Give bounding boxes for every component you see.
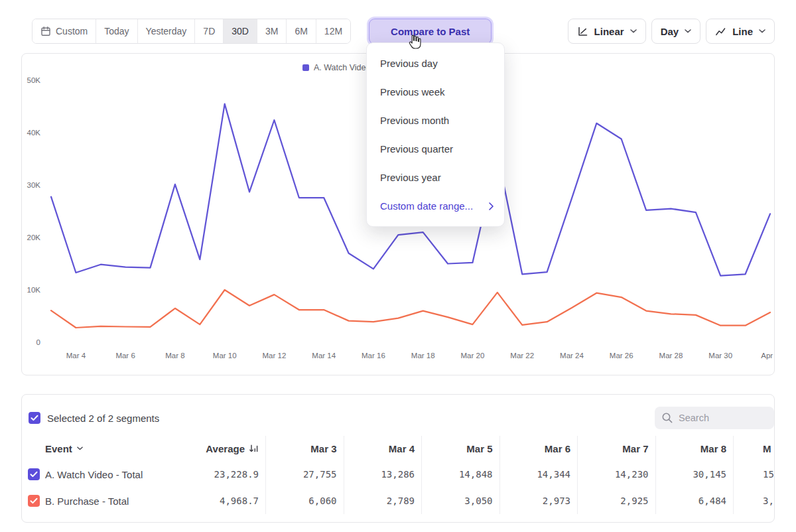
chart-type-dropdown-label: Line [732,26,753,37]
range-button-yesterday[interactable]: Yesterday [138,19,196,43]
range-button-3m[interactable]: 3M [257,19,287,43]
cell-value: 14,848 [421,461,499,488]
x-axis-tick: Apr 1 [761,352,774,360]
row-checkbox[interactable] [28,468,40,480]
menu-item-previous-quarter[interactable]: Previous quarter [367,135,504,163]
chevron-down-icon [630,29,637,33]
menu-item-previous-day[interactable]: Previous day [367,49,504,78]
linear-scale-icon [577,26,588,37]
x-axis-tick: Mar 18 [411,352,435,360]
x-axis-tick: Mar 6 [115,352,135,360]
cell-value: 13,286 [344,461,422,488]
event-label[interactable]: B. Purchase - Total [45,488,161,514]
cell-value: 14,230 [577,461,655,488]
x-axis-tick: Mar 16 [362,352,385,360]
column-header-mar-7[interactable]: Mar 7 [577,436,655,461]
menu-item-previous-year[interactable]: Previous year [367,163,504,192]
range-button-label: 12M [324,26,342,36]
selected-segments-label: Selected 2 of 2 segments [47,413,159,424]
compare-to-past-menu: Previous dayPrevious weekPrevious monthP… [366,42,505,227]
compare-to-past-button[interactable]: Compare to Past [369,19,491,44]
search-icon [661,412,673,424]
column-header-mar-3[interactable]: Mar 3 [265,436,344,461]
compare-menu-list: Previous dayPrevious weekPrevious monthP… [367,49,504,192]
menu-item-previous-week[interactable]: Previous week [367,78,504,106]
range-button-label: 7D [203,26,215,36]
row-checkbox[interactable] [28,495,40,507]
cell-value: 3,050 [421,488,499,514]
y-axis-tick: 50K [27,76,41,84]
event-label[interactable]: A. Watch Video - Total [45,461,161,488]
interval-dropdown[interactable]: Day [651,19,701,44]
x-axis-tick: Mar 26 [610,352,633,360]
range-button-label: Custom [56,26,88,36]
x-axis-tick: Mar 30 [708,352,732,360]
scale-dropdown-label: Linear [594,26,624,37]
column-header-clipped: M [733,436,775,461]
average-value: 4,968.7 [161,488,265,514]
x-axis-tick: Mar 20 [461,352,485,360]
y-axis-tick: 0 [36,338,40,346]
column-header-event[interactable]: Event [45,436,161,461]
cell-value: 2,925 [577,488,655,514]
x-axis-tick: Mar 14 [312,352,336,360]
series-line-b [51,290,770,328]
range-button-6m[interactable]: 6M [287,19,316,43]
scale-dropdown[interactable]: Linear [568,19,646,44]
chart-display-controls: Linear Day Line [568,19,775,44]
sort-icon[interactable] [249,444,259,453]
select-all-checkbox[interactable] [29,412,40,424]
cell-value: 27,755 [265,461,344,488]
y-axis-tick: 30K [27,181,41,189]
segments-header: Selected 2 of 2 segments [22,395,774,436]
column-header-average[interactable]: Average [161,436,265,461]
header-spacer [22,436,45,461]
event-header-label: Event [45,443,72,454]
y-axis-tick: 10K [27,286,41,294]
cell-value: 6,060 [265,488,344,514]
row-checkbox-cell [22,461,45,488]
cell-value: 6,484 [655,488,734,514]
top-toolbar: CustomTodayYesterday7D30D3M6M12M Compare… [21,19,775,44]
cell-value-clipped: 15, [733,461,775,488]
cell-value: 2,973 [499,488,578,514]
column-header-mar-6[interactable]: Mar 6 [499,436,578,461]
x-axis-tick: Mar 10 [213,352,237,360]
x-axis-tick: Mar 24 [560,352,584,360]
chevron-down-icon [759,29,765,33]
chevron-down-icon [685,29,691,33]
range-button-label: 6M [295,26,307,36]
average-header-label: Average [206,443,245,454]
calendar-icon [40,26,51,36]
range-button-label: 3M [265,26,278,36]
cell-value: 30,145 [655,461,734,488]
chevron-right-icon [489,202,494,210]
segments-card: Selected 2 of 2 segments Event Average M… [21,394,775,523]
range-button-today[interactable]: Today [96,19,137,43]
interval-dropdown-label: Day [661,26,679,37]
x-axis-tick: Mar 12 [263,352,287,360]
cell-value-clipped: 3, [733,488,775,514]
cell-value: 2,789 [344,488,422,514]
search-input[interactable] [679,413,766,423]
range-button-label: Yesterday [146,26,187,36]
range-button-12m[interactable]: 12M [316,19,350,43]
menu-item-custom-date-range[interactable]: Custom date range... [367,192,504,220]
x-axis-tick: Mar 28 [659,352,683,360]
column-header-mar-4[interactable]: Mar 4 [344,436,422,461]
search-box[interactable] [655,407,774,429]
range-button-7d[interactable]: 7D [195,19,224,43]
custom-date-range-label: Custom date range... [380,200,473,212]
y-axis-tick: 40K [27,129,41,137]
x-axis-tick: Mar 22 [510,352,534,360]
column-header-mar-8[interactable]: Mar 8 [655,436,734,461]
range-button-30d[interactable]: 30D [224,19,257,43]
range-button-label: 30D [232,26,249,36]
chart-type-dropdown[interactable]: Line [706,19,775,44]
x-axis-tick: Mar 8 [165,352,184,360]
chevron-down-icon [77,446,83,450]
column-header-mar-5[interactable]: Mar 5 [421,436,499,461]
line-chart-icon [715,26,726,37]
menu-item-previous-month[interactable]: Previous month [367,106,504,135]
range-button-custom[interactable]: Custom [33,19,96,43]
